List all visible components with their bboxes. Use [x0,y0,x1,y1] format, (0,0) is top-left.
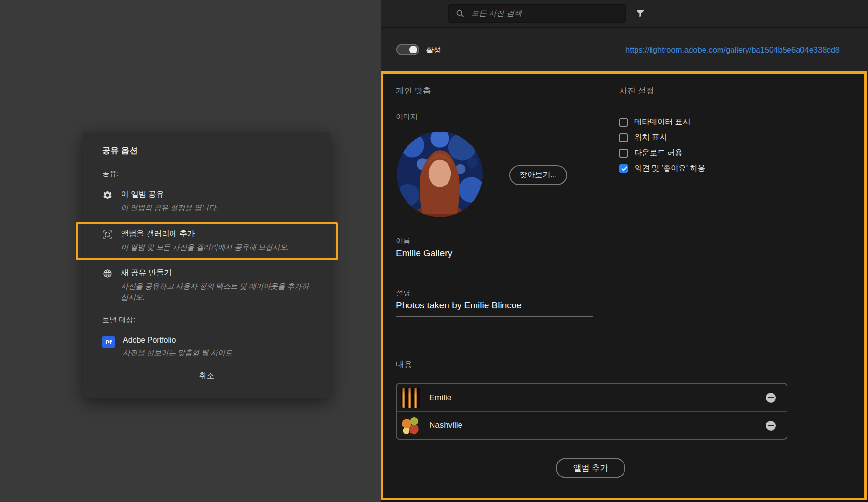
menu-item-desc: 사진을 공유하고 사용자 정의 텍스트 및 레이아웃을 추가하십시오. [121,281,311,303]
gallery-frame-icon [102,229,113,240]
setting-row-show-metadata: 메타데이터 표시 [619,117,705,127]
menu-item-label: 새 공유 만들기 [121,268,311,278]
album-row[interactable]: Nashville [397,411,787,439]
send-to-section-label: 보낼 대상: [102,316,311,325]
add-album-button[interactable]: 앨범 추가 [556,458,625,478]
checkbox-show-metadata[interactable] [619,118,628,127]
menu-item-add-to-gallery[interactable]: 앨범을 갤러리에 추가 이 앨범 및 모든 사진을 갤러리에서 공유해 보십시오… [76,222,338,261]
gallery-share-link[interactable]: https://lightroom.adobe.com/gallery/ba15… [625,45,840,54]
album-list: Emilie Nashville [396,383,787,440]
share-section-label: 공유: [102,169,311,178]
gallery-settings-panel: 개인 맞춤 사진 설정 이미지 [381,71,867,500]
menu-item-desc: 사진을 선보이는 맞춤형 웹 사이트 [123,347,311,358]
checkbox-show-location[interactable] [619,133,628,142]
adobe-portfolio-icon: Pf [102,336,115,348]
active-toggle[interactable] [396,44,419,55]
browse-button[interactable]: 찾아보기... [509,165,567,185]
gallery-avatar [397,132,483,217]
cancel-button[interactable]: 취소 [102,371,311,381]
share-settings-region: 모든 사진 검색 활성 https://lightroom.adobe.com/… [381,0,868,502]
menu-item-desc: 이 앨범 및 모든 사진을 갤러리에서 공유해 보십시오. [121,242,311,253]
menu-item-adobe-portfolio[interactable]: Pf Adobe Portfolio 사진을 선보이는 맞춤형 웹 사이트 [102,336,311,358]
status-row: 활성 https://lightroom.adobe.com/gallery/b… [381,28,868,71]
setting-row-allow-downloads: 다운로드 허용 [619,148,705,158]
active-toggle-label: 활성 [426,45,441,55]
album-name: Nashville [429,421,766,430]
remove-album-icon[interactable] [766,421,776,431]
popup-title: 공유 옵션 [102,145,311,156]
checkbox-label: 메타데이터 표시 [634,117,690,127]
menu-item-desc: 이 앨범의 공유 설정을 엽니다. [121,202,311,213]
menu-item-new-share[interactable]: 새 공유 만들기 사진을 공유하고 사용자 정의 텍스트 및 레이아웃을 추가하… [102,268,311,303]
menu-item-label: 이 앨범 공유 [121,189,311,199]
share-options-popup: 공유 옵션 공유: 이 앨범 공유 이 앨범의 공유 설정을 엽니다. 앨범을 … [83,132,330,398]
album-thumbnail [401,388,420,408]
photo-settings-list: 메타데이터 표시 위치 표시 다운로드 허용 의견 및 '좋아요' 허용 [619,117,705,173]
checkbox-allow-downloads[interactable] [619,149,628,158]
filter-icon[interactable] [635,8,646,19]
menu-item-share-album[interactable]: 이 앨범 공유 이 앨범의 공유 설정을 엽니다. [102,189,311,213]
checkbox-label: 위치 표시 [634,132,667,143]
topbar: 모든 사진 검색 [381,0,868,27]
search-input[interactable]: 모든 사진 검색 [448,4,626,23]
personalize-heading: 개인 맞춤 [396,85,431,96]
globe-icon [102,268,113,279]
gallery-name-input[interactable]: Emilie Gallery [396,248,593,264]
search-placeholder: 모든 사진 검색 [471,9,522,19]
album-thumbnail [401,416,420,436]
image-label: 이미지 [396,112,418,121]
album-row[interactable]: Emilie [397,384,787,411]
gear-icon [102,190,113,200]
search-icon [455,9,465,18]
content-heading: 내용 [396,359,412,370]
remove-album-icon[interactable] [766,393,776,403]
workspace-background: 공유 옵션 공유: 이 앨범 공유 이 앨범의 공유 설정을 엽니다. 앨범을 … [0,0,381,502]
menu-item-label: 앨범을 갤러리에 추가 [121,229,311,239]
photo-settings-heading: 사진 설정 [619,85,654,96]
menu-item-label: Adobe Portfolio [123,336,311,344]
gallery-description-input[interactable]: Photos taken by Emilie Blincoe [396,300,593,317]
description-label: 설명 [396,289,410,298]
checkbox-label: 의견 및 '좋아요' 허용 [634,163,705,173]
name-label: 이름 [396,237,410,246]
setting-row-allow-comments: 의견 및 '좋아요' 허용 [619,163,705,173]
album-name: Emilie [429,393,766,403]
checkbox-allow-comments[interactable] [619,164,628,173]
setting-row-show-location: 위치 표시 [619,132,705,143]
checkbox-label: 다운로드 허용 [634,148,682,158]
